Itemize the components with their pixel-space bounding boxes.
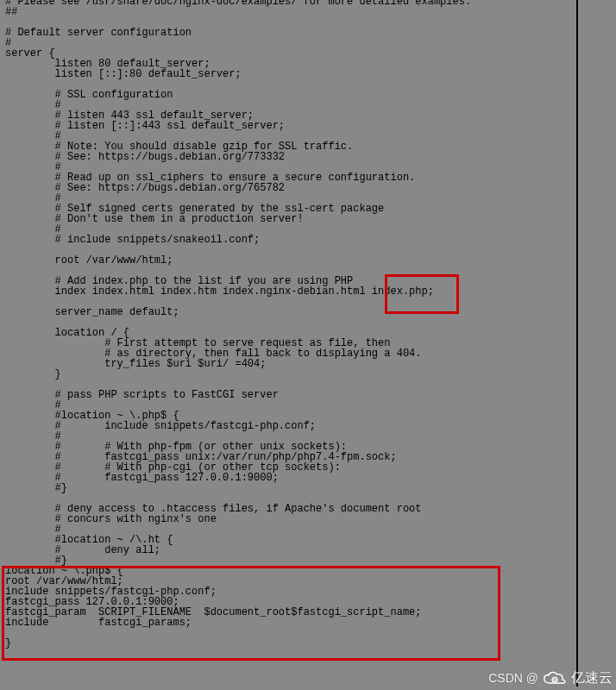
config-line: # Please see /usr/share/doc/nginx-doc/ex… [5, 0, 576, 7]
config-line [5, 628, 576, 638]
config-line: # [5, 38, 576, 48]
config-line [5, 649, 576, 659]
config-line: ## [5, 7, 576, 17]
config-line: # include snippets/fastcgi-php.conf; [5, 421, 576, 431]
watermark: CSDN @ 亿速云 [488, 669, 613, 687]
config-line: root /var/www/html; [5, 255, 576, 266]
config-line: try_files $uri $uri/ =404; [5, 359, 576, 369]
config-line: # See: https://bugs.debian.org/773332 [5, 152, 576, 162]
watermark-brand: 亿速云 [571, 673, 613, 683]
config-line: # SSL configuration [5, 90, 576, 100]
config-line: } [5, 369, 576, 380]
config-line: #} [5, 483, 576, 493]
config-line [5, 659, 576, 669]
code-area: # Please see /usr/share/doc/nginx-doc/ex… [3, 0, 578, 687]
watermark-csdn: CSDN @ [488, 673, 538, 683]
config-line: # fastcgi_pass 127.0.0.1:9000; [5, 473, 576, 483]
config-line: # pass PHP scripts to FastCGI server [5, 390, 576, 400]
config-line: # Don't use them in a production server! [5, 214, 576, 224]
config-line: server_name default; [5, 307, 576, 317]
config-line: index index.html index.htm index.nginx-d… [5, 286, 576, 297]
config-line: # listen [::]:443 ssl default_server; [5, 121, 576, 131]
config-line: # concurs with nginx's one [5, 514, 576, 524]
config-line: # Default server configuration [5, 28, 576, 38]
config-line: listen [::]:80 default_server; [5, 69, 576, 79]
config-file-view: # Please see /usr/share/doc/nginx-doc/ex… [0, 0, 616, 690]
config-line: include fastcgi_params; [5, 618, 576, 628]
cloud-icon [542, 669, 568, 687]
config-line: # include snippets/snakeoil.conf; [5, 235, 576, 245]
config-line: } [5, 638, 576, 649]
config-line: # See: https://bugs.debian.org/765782 [5, 183, 576, 193]
config-line: # deny all; [5, 545, 576, 555]
